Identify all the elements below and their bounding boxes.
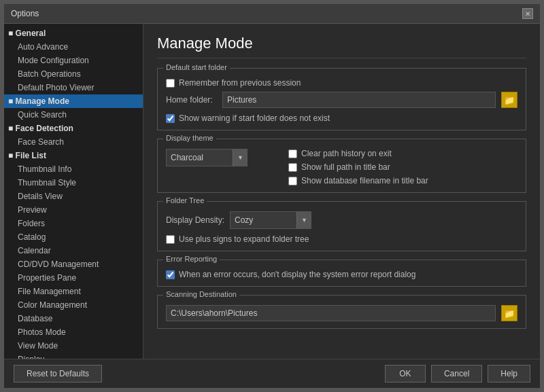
density-row: Display Density: Cozy Compact Comfortabl… bbox=[166, 211, 517, 229]
remember-checkbox-row: Remember from previous session bbox=[166, 78, 517, 88]
full-path-checkbox[interactable] bbox=[288, 163, 297, 172]
sidebar-item-color-mgmt[interactable]: Color Management bbox=[4, 298, 143, 312]
clear-path-checkbox[interactable] bbox=[288, 149, 297, 158]
section-scanning-destination: Scanning Destination 📁 bbox=[157, 295, 526, 329]
use-plus-row: Use plus signs to expand folder tree bbox=[166, 234, 517, 244]
full-path-row: Show full path in title bar bbox=[288, 162, 517, 172]
dialog-footer: Reset to Defaults OK Cancel Help bbox=[4, 359, 540, 388]
section-folder-tree: Folder Tree Display Density: Cozy Compac… bbox=[157, 201, 526, 251]
sidebar-item-calendar[interactable]: Calendar bbox=[4, 244, 143, 257]
theme-dropdown-wrap: Charcoal Light Dark ▼ bbox=[166, 149, 248, 166]
scan-folder-browse-button[interactable]: 📁 bbox=[501, 305, 517, 321]
sidebar-item-database[interactable]: Database bbox=[4, 312, 143, 325]
section-error-reporting: Error Reporting When an error occurs, do… bbox=[157, 260, 526, 287]
db-filename-row: Show database filename in title bar bbox=[288, 176, 517, 185]
db-filename-checkbox[interactable] bbox=[288, 177, 297, 185]
close-button[interactable]: ✕ bbox=[522, 8, 533, 19]
title-bar: Options ✕ bbox=[4, 4, 540, 24]
sidebar-item-preview[interactable]: Preview bbox=[4, 203, 143, 217]
sidebar-item-view-mode[interactable]: View Mode bbox=[4, 339, 143, 353]
show-warning-checkbox[interactable] bbox=[166, 114, 175, 123]
remember-checkbox[interactable] bbox=[166, 79, 175, 88]
home-folder-label: Home folder: bbox=[166, 95, 217, 105]
sidebar-item-folders[interactable]: Folders bbox=[4, 217, 143, 230]
density-dropdown[interactable]: Cozy Compact Comfortable bbox=[230, 211, 311, 229]
sidebar-item-file-list[interactable]: ■ File List bbox=[4, 149, 143, 162]
section-display-theme: Display theme Charcoal Light Dark ▼ bbox=[157, 139, 526, 193]
use-plus-label[interactable]: Use plus signs to expand folder tree bbox=[179, 234, 309, 244]
sidebar-item-batch-ops[interactable]: Batch Operations bbox=[4, 67, 143, 81]
sidebar-item-display[interactable]: Display bbox=[4, 353, 143, 359]
full-path-label[interactable]: Show full path in title bar bbox=[301, 162, 390, 172]
clear-path-row: Clear path history on exit bbox=[288, 149, 517, 158]
error-checkbox[interactable] bbox=[166, 270, 175, 279]
db-filename-label[interactable]: Show database filename in title bar bbox=[301, 176, 428, 185]
sidebar-item-quick-search[interactable]: Quick Search bbox=[4, 108, 143, 122]
scan-folder-row: 📁 bbox=[166, 305, 517, 321]
scan-folder-input[interactable] bbox=[166, 305, 496, 321]
clear-path-label[interactable]: Clear path history on exit bbox=[301, 149, 392, 158]
sidebar-item-thumbnail-info[interactable]: Thumbnail Info bbox=[4, 162, 143, 176]
section-label-scanning: Scanning Destination bbox=[163, 290, 239, 298]
page-title: Manage Mode bbox=[157, 35, 526, 58]
dialog-body: ■ General Auto Advance Mode Configuratio… bbox=[4, 24, 540, 359]
use-plus-checkbox[interactable] bbox=[166, 235, 175, 244]
theme-right: Clear path history on exit Show full pat… bbox=[288, 149, 517, 185]
footer-right-buttons: OK Cancel Help bbox=[385, 365, 530, 382]
section-default-start-folder: Default start folder Remember from previ… bbox=[157, 68, 526, 130]
density-dropdown-wrap: Cozy Compact Comfortable ▼ bbox=[230, 211, 311, 229]
ok-button[interactable]: OK bbox=[385, 365, 426, 382]
sidebar-item-mode-config[interactable]: Mode Configuration bbox=[4, 54, 143, 67]
sidebar-item-manage-mode[interactable]: ■ Manage Mode bbox=[4, 94, 143, 108]
sidebar-item-general[interactable]: ■ General bbox=[4, 26, 143, 40]
sidebar-item-face-search[interactable]: Face Search bbox=[4, 135, 143, 149]
sidebar-item-thumbnail-style[interactable]: Thumbnail Style bbox=[4, 176, 143, 190]
theme-left: Charcoal Light Dark ▼ bbox=[166, 149, 275, 185]
error-label[interactable]: When an error occurs, don't display the … bbox=[179, 270, 415, 279]
home-folder-browse-button[interactable]: 📁 bbox=[501, 92, 517, 108]
sidebar-item-file-mgmt[interactable]: File Management bbox=[4, 285, 143, 298]
section-label-error: Error Reporting bbox=[163, 255, 220, 263]
dialog-title: Options bbox=[11, 9, 39, 18]
section-label-folder-tree: Folder Tree bbox=[163, 196, 207, 204]
sidebar-item-auto-advance[interactable]: Auto Advance bbox=[4, 40, 143, 54]
sidebar-item-face-detection[interactable]: ■ Face Detection bbox=[4, 122, 143, 135]
sidebar-item-properties[interactable]: Properties Pane bbox=[4, 271, 143, 285]
sidebar-item-catalog[interactable]: Catalog bbox=[4, 230, 143, 244]
help-button[interactable]: Help bbox=[488, 365, 530, 382]
section-label-start-folder: Default start folder bbox=[163, 63, 230, 71]
home-folder-input[interactable] bbox=[222, 92, 496, 108]
cancel-button[interactable]: Cancel bbox=[431, 365, 482, 382]
density-label: Display Density: bbox=[166, 215, 224, 225]
show-warning-row: Show warning if start folder does not ex… bbox=[166, 113, 517, 123]
remember-label[interactable]: Remember from previous session bbox=[179, 78, 301, 88]
section-label-theme: Display theme bbox=[163, 134, 216, 142]
home-folder-row: Home folder: 📁 bbox=[166, 92, 517, 108]
sidebar: ■ General Auto Advance Mode Configuratio… bbox=[4, 24, 143, 359]
sidebar-item-photo-viewer[interactable]: Default Photo Viewer bbox=[4, 81, 143, 94]
sidebar-item-details-view[interactable]: Details View bbox=[4, 190, 143, 203]
sidebar-item-cd-dvd[interactable]: CD/DVD Management bbox=[4, 257, 143, 271]
main-content: Manage Mode Default start folder Remembe… bbox=[143, 24, 540, 359]
theme-dropdown[interactable]: Charcoal Light Dark bbox=[166, 149, 248, 166]
show-warning-label[interactable]: Show warning if start folder does not ex… bbox=[179, 113, 330, 123]
error-checkbox-row: When an error occurs, don't display the … bbox=[166, 270, 517, 279]
options-dialog: Options ✕ ■ General Auto Advance Mode Co… bbox=[3, 3, 541, 389]
reset-to-defaults-button[interactable]: Reset to Defaults bbox=[14, 365, 102, 382]
sidebar-item-photos-mode[interactable]: Photos Mode bbox=[4, 325, 143, 339]
